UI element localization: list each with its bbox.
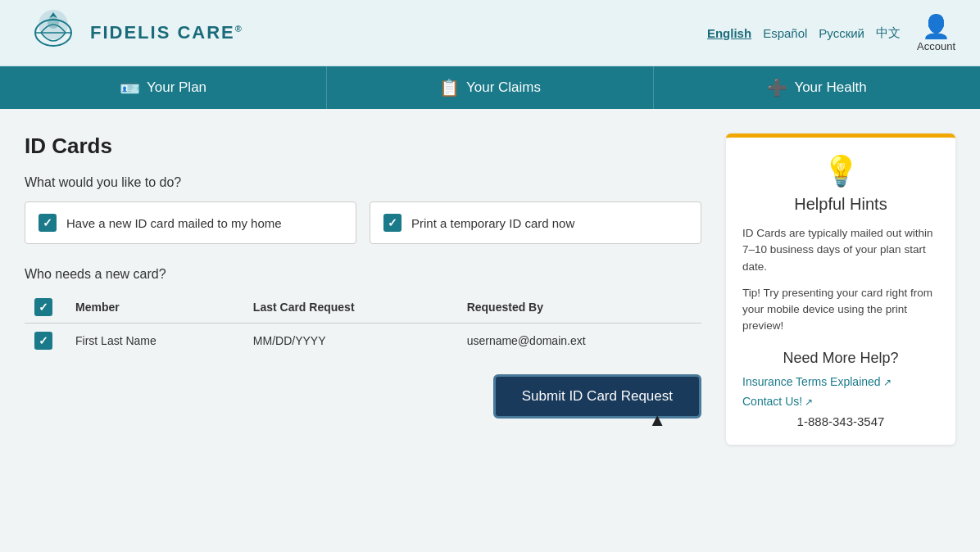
logo-brand: Fidelis Care [90,22,235,43]
submit-button-label: Submit ID Card Request [522,388,673,404]
row-last-request: MM/DD/YYYY [243,324,457,359]
submit-area: Submit ID Card Request ▲ [25,374,701,419]
lang-chinese[interactable]: 中文 [876,25,901,41]
your-health-icon: ➕ [767,78,787,97]
hints-text-2: Tip! Try presenting your card right from… [742,285,939,335]
print-card-option[interactable]: Print a temporary ID card now [370,201,701,244]
lang-english[interactable]: English [707,26,751,40]
nav-your-health[interactable]: ➕ Your Health [654,66,980,109]
account-button[interactable]: 👤 Account [917,13,955,52]
table-header-requested-by: Requested By [457,292,701,324]
lightbulb-icon: 💡 [823,154,860,188]
contact-us-link[interactable]: Contact Us! [742,395,939,408]
hints-title: Helpful Hints [742,195,939,214]
table-row: First Last Name MM/DD/YYYY username@doma… [25,324,701,359]
what-to-do-question: What would you like to do? [25,175,701,190]
right-panel: 💡 Helpful Hints ID Cards are typically m… [726,133,955,445]
main-content: ID Cards What would you like to do? Have… [0,109,980,461]
need-help-title: Need More Help? [742,350,939,367]
card-options: Have a new ID card mailed to my home Pri… [25,201,701,244]
who-needs-card-question: Who needs a new card? [25,267,701,282]
mail-card-label: Have a new ID card mailed to my home [66,216,282,230]
row-member-name: First Last Name [66,324,243,359]
your-health-label: Your Health [794,79,866,96]
account-label: Account [917,40,955,52]
nav-your-plan[interactable]: 🪪 Your Plan [0,66,327,109]
row-checkbox[interactable] [34,332,52,350]
mail-card-checkbox[interactable] [39,214,57,232]
your-claims-icon: 📋 [439,78,460,97]
table-header-row: Member Last Card Request Requested By [25,292,701,324]
logo-area: Fidelis Care® [25,8,243,57]
left-panel: ID Cards What would you like to do? Have… [25,133,726,445]
helpful-hints-card: 💡 Helpful Hints ID Cards are typically m… [726,133,955,445]
row-checkbox-cell [25,324,66,359]
hints-text-1: ID Cards are typically mailed out within… [742,225,939,275]
logo-icon [25,8,82,57]
lang-russian[interactable]: Русский [819,26,864,40]
hints-icon: 💡 [742,154,939,188]
lang-spanish[interactable]: Español [763,26,807,40]
table-header-checkbox-col [25,292,66,324]
select-all-checkbox[interactable] [34,298,52,316]
logo-trademark: ® [235,24,243,34]
print-card-label: Print a temporary ID card now [411,216,574,230]
print-card-checkbox[interactable] [383,214,402,232]
table-header-last-request: Last Card Request [243,292,457,324]
table-header-member: Member [66,292,243,324]
row-requested-by: username@domain.ext [457,324,701,359]
nav-bar: 🪪 Your Plan 📋 Your Claims ➕ Your Health [0,66,980,109]
cursor-indicator: ▲ [648,409,666,431]
logo-text: Fidelis Care® [90,22,243,43]
your-plan-icon: 🪪 [120,78,140,97]
header: Fidelis Care® English Español Русский 中文… [0,0,980,66]
your-claims-label: Your Claims [466,79,541,96]
members-table: Member Last Card Request Requested By Fi… [25,292,701,358]
svg-point-3 [48,17,59,29]
account-icon: 👤 [922,13,951,40]
header-right: English Español Русский 中文 👤 Account [707,13,955,52]
insurance-terms-link[interactable]: Insurance Terms Explained [742,375,939,388]
nav-your-claims[interactable]: 📋 Your Claims [327,66,654,109]
language-selector: English Español Русский 中文 [707,25,901,41]
your-plan-label: Your Plan [147,79,206,96]
submit-id-card-button[interactable]: Submit ID Card Request ▲ [493,374,701,419]
page-title: ID Cards [25,133,701,159]
mail-card-option[interactable]: Have a new ID card mailed to my home [25,201,356,244]
phone-number: 1-888-343-3547 [742,414,939,428]
